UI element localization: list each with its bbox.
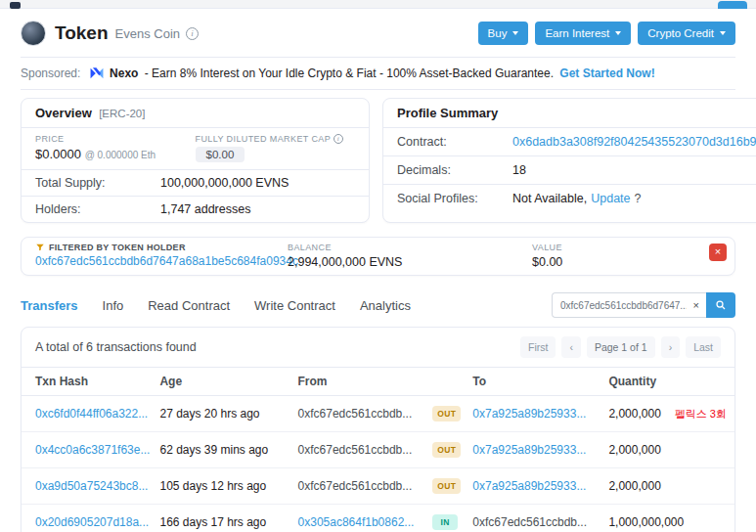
social-update-link[interactable]: Update [591,192,630,205]
search-icon [715,299,727,311]
column-header-direction [432,368,472,396]
age-cell: 62 days 39 mins ago [159,432,297,468]
token-name: Evens Coin [115,26,180,41]
clear-search-icon[interactable]: × [693,300,699,311]
topbar-button-partial[interactable] [718,1,747,9]
divider [21,89,735,90]
profile-card-header: Profile Summary ⋮ [383,99,756,128]
from-address-link[interactable]: 0x305ac864f1b0862... [298,515,415,529]
contract-label: Contract: [397,135,512,149]
from-address: 0xfc67edc561ccbdb... [298,443,413,457]
pager-next-button[interactable]: › [661,336,681,358]
profile-summary-card: Profile Summary ⋮ Contract: 0x6dadb3a308… [382,98,756,223]
top-navbar-partial [0,0,756,9]
token-page-header: Token Evens Coin i Buy Earn Interest Cry… [21,9,735,57]
nexo-logo-icon [90,67,104,79]
direction-badge: OUT [432,478,461,494]
chevron-down-icon [512,31,518,35]
table-row: 0xc6fd0f44ff06a322... 27 days 20 hrs ago… [22,396,734,432]
txn-hash-link[interactable]: 0xa9d50a75243bc8... [35,479,148,493]
holders-value: 1,747 addresses [160,202,250,216]
from-address: 0xfc67edc561ccbdb... [298,407,413,421]
help-icon: ? [635,192,642,205]
table-header-row: Txn Hash Age From To Quantity [22,368,734,396]
chevron-down-icon [615,31,621,35]
tab-write-contract[interactable]: Write Contract [254,298,335,313]
to-address: 0xfc67edc561ccbdb... [472,515,587,529]
pager-prev-button[interactable]: ‹ [561,336,581,358]
page-title: Token [55,22,109,44]
filtered-holder-address-link[interactable]: 0xfc67edc561ccbdb6d7647a68a1be5c684fa093… [35,254,298,268]
crypto-credit-button[interactable]: Crypto Credit [638,22,735,45]
earn-interest-button-label: Earn Interest [545,27,609,39]
total-supply-row: Total Supply: 100,000,000,000 EVNS [22,170,369,197]
table-row: 0xa9d50a75243bc8... 105 days 12 hrs ago … [22,468,734,505]
transfers-table: Txn Hash Age From To Quantity 0xc6fd0f44… [22,367,734,532]
to-address-link[interactable]: 0x7a925a89b25933... [472,407,586,421]
value-amount: $0.00 [532,255,721,269]
address-search-input[interactable] [552,292,706,318]
contract-address-link[interactable]: 0x6dadb3a308f92f80425435523070d3d16b9b07… [512,135,756,149]
market-cap-label: FULLY DILUTED MARKET CAP [196,134,331,144]
quantity-value: 2,000,000 [608,479,660,493]
sponsored-cta-link[interactable]: Get Started Now! [559,66,654,80]
value-label: VALUE [532,243,721,252]
tab-read-contract[interactable]: Read Contract [148,298,230,313]
age-cell: 105 days 12 hrs ago [159,468,297,505]
overview-card: Overview [ERC-20] PRICE $0.0000 @ 0.0000… [21,98,370,223]
total-supply-label: Total Supply: [35,176,160,190]
decimals-row: Decimals: 18 [383,156,756,185]
buy-button[interactable]: Buy [478,22,529,45]
pager-last-button[interactable]: Last [686,336,721,358]
funnel-icon [35,243,45,252]
txn-hash-link[interactable]: 0x20d6905207d18a... [35,515,149,529]
token-holder-filter-bar: FILTERED BY TOKEN HOLDER 0xfc67edc561ccb… [21,237,735,276]
annotation-note: 펠릭스 3회 [675,408,727,420]
to-address-link[interactable]: 0x7a925a89b25933... [472,479,586,493]
to-address-link[interactable]: 0x7a925a89b25933... [472,443,586,457]
pager-page-indicator: Page 1 of 1 [587,336,655,358]
quantity-value: 2,000,000 [608,443,660,457]
price-label: PRICE [35,134,196,144]
profile-summary-title: Profile Summary [397,106,498,120]
tab-transfers[interactable]: Transfers [21,298,78,313]
decimals-value: 18 [512,163,526,177]
search-button[interactable] [706,292,735,318]
sponsored-text: - Earn 8% Interest on Your Idle Crypto &… [145,66,554,80]
direction-badge: OUT [432,406,461,421]
erc20-tag: [ERC-20] [99,108,145,119]
txn-hash-link[interactable]: 0x4cc0a6c3871f63e... [35,443,150,457]
from-address: 0xfc67edc561ccbdb... [298,479,413,493]
tabs-and-search-row: Transfers Info Read Contract Write Contr… [21,292,735,318]
txn-hash-link[interactable]: 0xc6fd0f44ff06a322... [35,407,148,421]
social-profiles-row: Social Profiles: Not Available, Update ? [383,185,756,212]
tab-info[interactable]: Info [103,298,124,313]
column-header-txn-hash: Txn Hash [22,368,159,396]
column-header-to: To [472,368,608,396]
quantity-value: 2,000,000 [608,407,660,421]
tab-analytics[interactable]: Analytics [360,298,411,313]
site-logo-partial [10,2,21,9]
market-cap-value: $0.00 [196,147,245,162]
decimals-label: Decimals: [397,163,512,177]
column-header-age: Age [159,368,297,396]
overview-title: Overview [35,106,92,120]
holders-row: Holders: 1,747 addresses [22,197,369,222]
transactions-summary: A total of 6 transactions found [35,340,197,354]
contract-row: Contract: 0x6dadb3a308f92f80425435523070… [383,128,756,156]
sponsored-label: Sponsored: [21,66,80,80]
token-info-icon: i [186,27,199,40]
pager-first-button[interactable]: First [520,336,556,358]
filter-label: FILTERED BY TOKEN HOLDER [49,243,186,252]
clear-filter-button[interactable]: × [709,244,727,261]
price-value: $0.0000 [35,147,81,161]
column-header-from: From [298,368,433,396]
table-row: 0x20d6905207d18a... 166 days 17 hrs ago … [22,505,734,532]
table-row: 0x4cc0a6c3871f63e... 62 days 39 mins ago… [22,432,734,468]
earn-interest-button[interactable]: Earn Interest [535,22,631,45]
crypto-credit-button-label: Crypto Credit [647,27,714,39]
direction-badge: IN [432,514,458,530]
age-cell: 166 days 17 hrs ago [159,505,297,532]
total-supply-value: 100,000,000,000 EVNS [160,176,289,190]
token-logo [21,21,46,46]
